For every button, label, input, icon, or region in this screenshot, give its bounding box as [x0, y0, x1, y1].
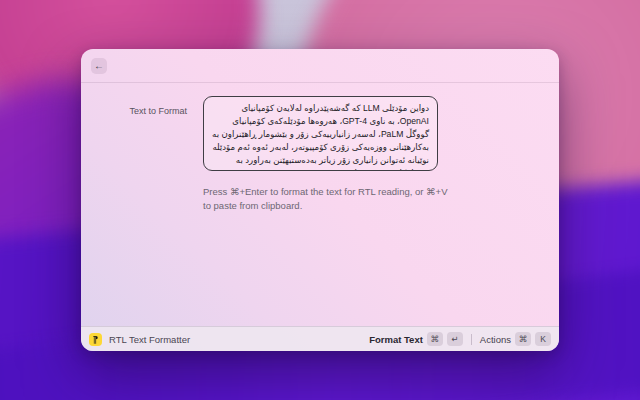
raycast-window: ← Text to Format دواین مۆدێلی LLM کە گەش…	[81, 49, 559, 351]
pilcrow-icon: ¶	[93, 335, 98, 344]
back-button[interactable]: ←	[91, 58, 107, 74]
actions-label: Actions	[480, 334, 511, 345]
return-key-badge: ↵	[447, 332, 463, 346]
actions-menu-action[interactable]: Actions ⌘ K	[480, 332, 551, 346]
text-to-format-label: Text to Format	[81, 106, 187, 116]
footer-divider	[471, 334, 472, 345]
command-key-badge: ⌘	[427, 332, 443, 346]
text-to-format-textarea[interactable]: دواین مۆدێلی LLM کە گەشەپێدراوە لەلایەن …	[203, 96, 438, 171]
app-name: RTL Text Formatter	[109, 334, 190, 345]
window-header: ←	[81, 49, 559, 83]
format-text-action[interactable]: Format Text ⌘ ↵	[369, 332, 463, 346]
rtl-formatter-app-icon: ¶	[89, 333, 102, 346]
shortcut-hint-text: Press ⌘+Enter to format the text for RTL…	[203, 185, 457, 212]
back-arrow-icon: ←	[94, 61, 104, 71]
k-key-badge: K	[535, 332, 551, 346]
format-text-label: Format Text	[369, 334, 423, 345]
window-body: Text to Format دواین مۆدێلی LLM کە گەشەپ…	[81, 83, 559, 326]
command-key-badge: ⌘	[515, 332, 531, 346]
action-bar: ¶ RTL Text Formatter Format Text ⌘ ↵ Act…	[81, 326, 559, 351]
